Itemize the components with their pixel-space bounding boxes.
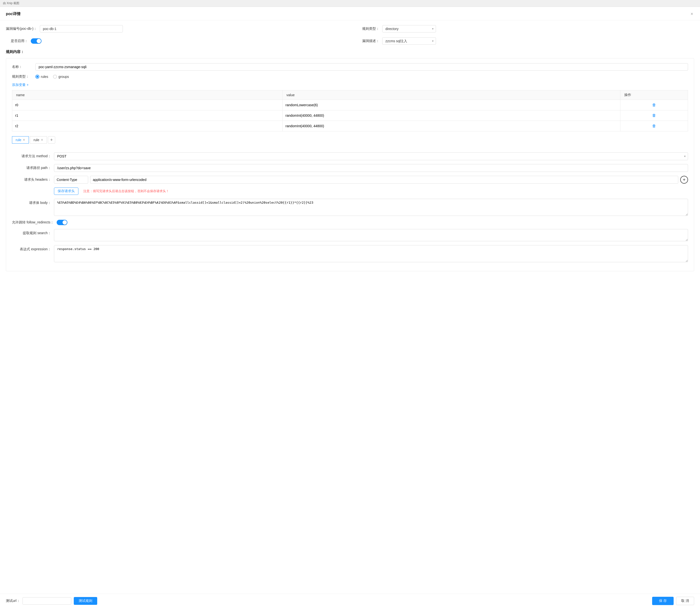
save-button[interactable]: 保 存 [652,597,674,605]
headers-label: 请求头 headers： [12,177,51,182]
search-row: 提取规则 search： [12,229,688,241]
modal-header: poc详情 × [0,7,700,20]
headers-row: 请求头 headers： + [12,176,688,184]
modal-footer: 测试url： 测试规则 保 存 取 消 [0,594,700,608]
tab-close-1-icon[interactable]: ✕ [23,138,25,141]
method-select-wrapper: POST GET PUT DELETE ▾ [54,152,688,160]
body-row: 请求体 body： %E5%A5%BD%E4%BA%86%EF%BC%8C%E5… [12,199,688,216]
rule-type-row: 规则类型： rules groups [12,75,688,79]
rule-type-inner-label: 规则类型： [12,75,32,79]
rule-type-field: 规则类型： directory ▾ [357,25,694,33]
vuln-desc-field: 漏洞描述： zzcms sql注入 ▾ [357,37,694,45]
tab-rule-1-label: rule [16,138,21,142]
tab-rule-2[interactable]: rule ✕ [30,136,46,144]
rule-type-select-wrapper: directory ▾ [382,25,436,33]
body-label: 请求体 body： [12,199,51,205]
expression-label: 表达式 expression： [12,245,51,251]
vuln-desc-label: 漏洞描述： [357,39,379,43]
form-row-1: 漏洞编号(poc-db-)： 规则类型： directory ▾ [6,25,694,33]
variables-table: name value 操作 🗑 🗑 [12,90,688,131]
var-value-0[interactable] [285,103,618,107]
body-textarea[interactable]: %E5%A5%BD%E4%BA%86%EF%BC%8C%E5%8F%91%E5%… [54,199,688,216]
rule-type-select[interactable]: directory [382,25,436,33]
poc-id-label: 漏洞编号(poc-db-)： [6,26,37,31]
tab-add-button[interactable]: + [48,136,55,144]
table-row: 🗑 [12,121,688,131]
save-header-label: 保存请求头 [58,189,75,193]
tab-rule-2-label: rule [34,138,39,142]
modal-overlay: poc详情 × 漏洞编号(poc-db-)： 规则类型： directory ▾ [0,7,700,608]
path-label: 请求路径 path： [12,166,51,170]
footer-right: 保 存 取 消 [652,597,694,605]
modal-body: 漏洞编号(poc-db-)： 规则类型： directory ▾ 是否启用： [0,20,700,594]
headers-inputs: + [54,176,688,184]
var-value-2[interactable] [285,124,618,128]
tab-rule-1[interactable]: rule ✕ [12,136,29,144]
expression-row: 表达式 expression： response.status == 200 [12,245,688,262]
var-value-1[interactable] [285,114,618,117]
add-header-button[interactable]: + [680,176,688,184]
method-label: 请求方法 method： [12,154,51,158]
cancel-label: 取 消 [681,599,689,603]
delete-btn-2[interactable]: 🗑 [651,123,657,129]
tabs-row: rule ✕ rule ✕ + [12,136,688,144]
delete-btn-1[interactable]: 🗑 [651,112,657,119]
test-url-input[interactable] [22,597,71,605]
rule-type-label: 规则类型： [357,26,379,31]
delete-btn-0[interactable]: 🗑 [651,102,657,108]
save-header-row: 保存请求头 注意：填写完请求头后请点击该按钮，否则不会保存请求头！ [54,188,688,195]
test-url-label: 测试url： [6,599,20,603]
radio-rules-label: rules [41,75,48,79]
vuln-desc-select[interactable]: zzcms sql注入 [382,37,436,45]
test-rule-button[interactable]: 测试规则 [74,597,97,605]
add-variable-label: 添加变量 + [12,83,29,87]
radio-groups-circle [53,75,57,79]
poc-id-field: 漏洞编号(poc-db-)： [6,25,343,33]
save-header-warning: 注意：填写完请求头后请点击该按钮，否则不会保存请求头！ [83,189,169,193]
path-row: 请求路径 path： [12,164,688,172]
rules-section: 名称： 规则类型： rules groups [6,58,694,271]
var-name-0[interactable] [15,103,279,107]
save-header-button[interactable]: 保存请求头 [54,188,78,195]
radio-rules-circle [35,75,39,79]
close-button[interactable]: × [689,11,694,17]
header-value-input[interactable] [90,176,678,184]
modal-title: poc详情 [6,12,20,17]
th-action: 操作 [620,90,688,100]
follow-redirects-knob [62,220,67,225]
search-label: 提取规则 search： [12,229,51,235]
vuln-desc-select-wrapper: zzcms sql注入 ▾ [382,37,436,45]
save-label: 保 存 [659,599,667,603]
radio-groups-label: groups [58,75,69,79]
test-rule-label: 测试规则 [79,599,92,603]
method-row: 请求方法 method： POST GET PUT DELETE ▾ [12,152,688,160]
table-row: 🗑 [12,100,688,110]
form-row-2: 是否启用： 漏洞描述： zzcms sql注入 ▾ [6,37,694,45]
add-variable-btn[interactable]: 添加变量 + [12,83,688,87]
radio-groups[interactable]: groups [53,75,69,79]
expression-textarea[interactable]: response.status == 200 [54,245,688,262]
th-name: name [12,90,283,100]
poc-id-input[interactable] [40,25,123,33]
rules-content-title: 规则内容： [6,50,694,54]
rule-name-input[interactable] [35,63,688,71]
enabled-toggle[interactable] [31,38,41,44]
radio-group: rules groups [35,75,69,79]
follow-redirects-row: 允许跳转 follow_redirects： [12,220,688,225]
cancel-button[interactable]: 取 消 [676,597,694,605]
enabled-label: 是否启用： [6,39,28,43]
th-value: value [282,90,620,100]
method-select[interactable]: POST GET PUT DELETE [54,152,688,160]
follow-redirects-label: 允许跳转 follow_redirects： [12,220,54,225]
radio-rules[interactable]: rules [35,75,48,79]
path-input[interactable] [54,164,688,172]
follow-redirects-toggle[interactable] [57,220,68,225]
tab-close-2-icon[interactable]: ✕ [41,138,43,141]
enabled-field: 是否启用： [6,38,343,44]
search-textarea[interactable] [54,229,688,241]
var-name-1[interactable] [15,114,279,117]
rule-name-row: 名称： [12,63,688,71]
var-name-2[interactable] [15,124,279,128]
title-bar: 由 Xnip 截图 [0,0,700,7]
header-key-input[interactable] [54,176,88,184]
